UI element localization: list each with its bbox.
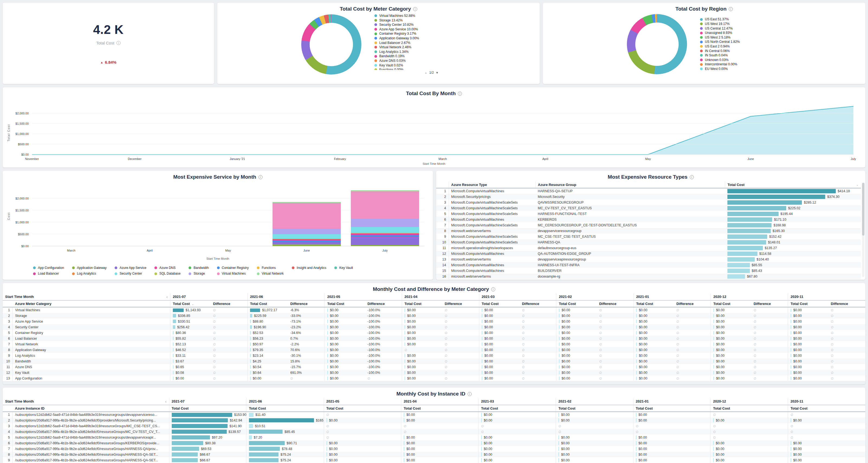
table-row[interactable]: 7Virtual Network$52.13∅$50.97-2.2%$0.00-…: [3, 341, 865, 347]
difference-header[interactable]: Difference: [597, 300, 634, 307]
page-up-icon[interactable]: ▲: [425, 71, 428, 74]
table-row[interactable]: 5Container Registry$80.36∅$52.53-34.6%$0…: [3, 330, 865, 336]
total-cost-header[interactable]: Total Cost: [247, 405, 324, 412]
legend-item[interactable]: Functions: [257, 266, 284, 270]
bar-segment[interactable]: [351, 192, 419, 219]
total-cost-header[interactable]: Total Cost: [401, 405, 479, 412]
stacked-bar[interactable]: [273, 187, 341, 246]
total-cost-kpi-card[interactable]: 4.2 K Total Cost i ▲ 6.84%: [3, 3, 214, 84]
meter-category-donut[interactable]: [301, 15, 362, 75]
legend-item[interactable]: US North Central 1.82%: [700, 40, 781, 44]
legend-item[interactable]: Unknown 0.03%: [700, 58, 781, 62]
table-row[interactable]: 7Microsoft.Compute/virtualMachineScaleSe…: [436, 222, 861, 228]
bar-segment[interactable]: [351, 245, 419, 246]
table-row[interactable]: 9Microsoft.Compute/virtualMachineScaleSe…: [436, 234, 861, 239]
total-cost-header[interactable]: Total Cost: [169, 405, 247, 412]
legend-item[interactable]: Azure App Service 10.00%: [374, 28, 456, 31]
legend-item[interactable]: Bandwidth 0.19%: [374, 55, 456, 58]
table-row[interactable]: 4Security Center$256.42∅$196.90-23.2%$0.…: [3, 324, 865, 330]
legend-item[interactable]: Virtual Machines 52.88%: [374, 14, 456, 18]
legend-item[interactable]: Container Registry 3.17%: [374, 32, 456, 35]
bar-segment[interactable]: [273, 229, 341, 234]
info-icon[interactable]: i: [413, 7, 417, 11]
area-chart[interactable]: $0.00$500.00$1,000.00$1,500.00$2,000.00N…: [32, 103, 854, 154]
total-cost-header[interactable]: Total Cost: [711, 300, 751, 307]
total-cost-header[interactable]: Total Cost: [634, 300, 674, 307]
table-row[interactable]: 16microsoft.web/serverfarmsdocexample-rg…: [436, 273, 861, 279]
table-row[interactable]: 8microsoft.web/serverfarmsdevappservicer…: [436, 228, 861, 234]
bar-segment[interactable]: [273, 203, 341, 229]
legend-item[interactable]: US East 51.37%: [700, 18, 781, 21]
difference-header[interactable]: Difference: [211, 300, 248, 307]
total-cost-header[interactable]: Total Cost: [788, 405, 865, 412]
total-cost-header[interactable]: Total Cost: [325, 300, 365, 307]
bar-segment[interactable]: [273, 234, 341, 239]
legend-item[interactable]: Storage 13.42%: [374, 19, 456, 22]
legend-item[interactable]: Functions 0.00%: [374, 68, 456, 70]
table-row[interactable]: 11microsoft.operationalinsights/workspac…: [436, 245, 861, 251]
info-icon[interactable]: i: [729, 7, 733, 11]
legend-item[interactable]: US East 2 0.94%: [700, 45, 781, 48]
legend-item[interactable]: Security Center: [115, 272, 146, 276]
legend-item[interactable]: App Configuration: [33, 266, 64, 270]
table-row[interactable]: 6Microsoft.Compute/virtualMachinesKERBER…: [436, 216, 861, 222]
table-row[interactable]: 9Log Analytics$33.11∅$23.14-30.1%$0.00-1…: [3, 353, 865, 358]
chevron-left-icon[interactable]: ‹: [165, 399, 166, 404]
legend-item[interactable]: SQL Database: [154, 272, 180, 276]
table-row[interactable]: 8/subscriptions/20d6a917-99fa-4b1b-9b2e-…: [3, 452, 865, 457]
table-row[interactable]: 2Microsoft.Security/pricingsMicrosoft.Se…: [436, 194, 861, 200]
legend-item[interactable]: Storage: [189, 272, 209, 276]
table-row[interactable]: 4/subscriptions/20d6a917-99fa-4b1b-9b2e-…: [3, 429, 865, 435]
table-row[interactable]: 11Azure DNS$0.65∅$0.54-15.7%$0.00-100.0%…: [3, 364, 865, 370]
legend-item[interactable]: Application Gateway: [72, 266, 106, 270]
column-header-group[interactable]: Azure Resource Group: [535, 182, 725, 188]
legend-item[interactable]: Azure DNS: [154, 266, 180, 270]
table-row[interactable]: 13microsoft.web/serverfarmsdevappservice…: [436, 256, 861, 262]
row-header[interactable]: Azure Meter Category: [12, 300, 170, 307]
info-icon[interactable]: i: [690, 175, 694, 179]
legend-item[interactable]: Log Analytics: [72, 272, 106, 276]
legend-item[interactable]: Azure DNS 0.03%: [374, 59, 456, 63]
total-cost-header[interactable]: Total Cost: [556, 300, 597, 307]
difference-header[interactable]: Difference: [520, 300, 556, 307]
page-down-icon[interactable]: ▼: [436, 71, 439, 74]
legend-item[interactable]: US West 19.17%: [700, 22, 781, 26]
legend-item[interactable]: IN Central 0.06%: [700, 49, 781, 53]
info-icon[interactable]: i: [491, 287, 495, 291]
info-icon[interactable]: i: [468, 392, 472, 396]
group-header[interactable]: Start Time Month‹: [3, 293, 170, 300]
table-row[interactable]: 3Azure App Service$330.51∅$88.80-73.1%$0…: [3, 319, 865, 324]
chevron-left-icon[interactable]: ‹: [166, 294, 168, 299]
table-row[interactable]: 8Application Gateway$46.52∅$79.3570.6%$0…: [3, 347, 865, 353]
total-cost-header[interactable]: Total Cost: [247, 300, 288, 307]
table-row[interactable]: 9/subscriptions/20d6a917-99fa-4b1b-9b2e-…: [3, 457, 865, 463]
table-row[interactable]: 1Microsoft.Compute/virtualMachinesHARNES…: [436, 188, 861, 194]
vertical-scrollbar[interactable]: [862, 183, 865, 277]
table-row[interactable]: 1/subscriptions/12d2db62-5aa9-471d-84bb-…: [3, 412, 865, 417]
table-row[interactable]: 1Virtual Machines$1,143.93∅$1,072.17-6.3…: [3, 307, 865, 313]
legend-item[interactable]: Key Vault 0.02%: [374, 64, 456, 67]
difference-header[interactable]: Difference: [365, 300, 402, 307]
table-row[interactable]: 7/subscriptions/20d6a917-99fa-4b1b-9b2e-…: [3, 446, 865, 452]
legend-item[interactable]: Load Balancer 2.67%: [374, 41, 456, 45]
table-row[interactable]: 6Load Balancer$55.82∅$56.230.7%$0.00-100…: [3, 336, 865, 341]
table-row[interactable]: 10Microsoft.Compute/virtualMachineScaleS…: [436, 239, 861, 245]
legend-item[interactable]: Key Vault: [334, 266, 353, 270]
legend-item[interactable]: Application Gateway 3.00%: [374, 37, 456, 40]
legend-item[interactable]: Intercontinental 0.00%: [700, 63, 781, 66]
bar-segment[interactable]: [351, 219, 419, 227]
legend-item[interactable]: Security Center 10.82%: [374, 23, 456, 27]
bar-segment[interactable]: [351, 235, 419, 237]
table-row[interactable]: 4Microsoft.Compute/virtualMachineScaleSe…: [436, 205, 861, 211]
difference-header[interactable]: Difference: [829, 300, 865, 307]
horizontal-scrollbar[interactable]: [3, 381, 865, 384]
table-row[interactable]: 15Microsoft.Compute/virtualMachinesBUILD…: [436, 268, 861, 273]
info-icon[interactable]: i: [117, 41, 121, 45]
legend-item[interactable]: US Central 12.47%: [700, 27, 781, 30]
bar-segment[interactable]: [351, 237, 419, 245]
stacked-bar-chart[interactable]: $0.00$500.00$1,000.00$1,500.00$2,000.00M…: [32, 187, 424, 246]
total-cost-header[interactable]: Total Cost: [556, 405, 633, 412]
legend-item[interactable]: Container Registry: [217, 266, 249, 270]
table-row[interactable]: 3/subscriptions/12d2db62-5aa9-471d-84bb-…: [3, 423, 865, 429]
column-header-type[interactable]: Azure Resource Type: [448, 182, 535, 188]
